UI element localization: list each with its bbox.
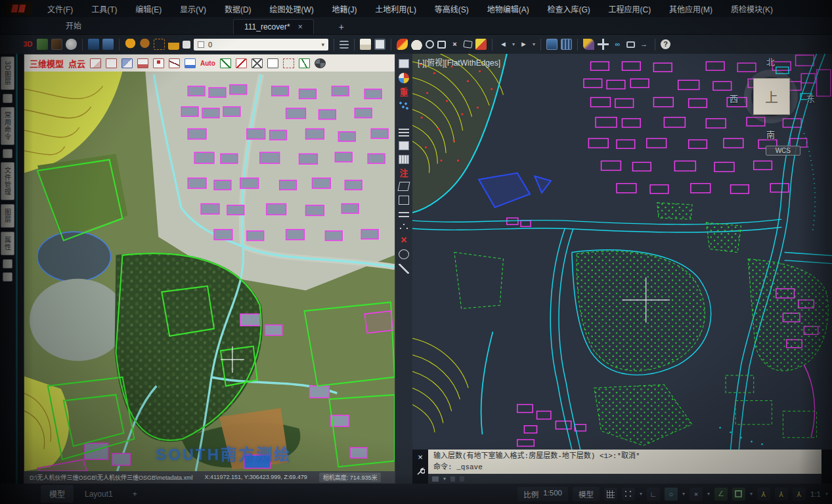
zoom-box-icon[interactable] [399, 59, 409, 68]
layers-blue-icon[interactable] [88, 39, 99, 50]
compass-south-label[interactable]: 南 [766, 128, 775, 140]
rect-select-icon[interactable] [283, 58, 294, 68]
menu-engineering[interactable]: 工程应用(C) [609, 3, 651, 14]
text-note-icon[interactable] [399, 129, 409, 136]
add-layout-button[interactable]: + [124, 486, 146, 502]
sidebar-tab-properties[interactable]: 属性 [1, 232, 14, 255]
new-tab-button[interactable]: + [332, 20, 351, 34]
pen-draw-icon[interactable] [583, 39, 594, 50]
grid-toggle-icon[interactable] [604, 488, 617, 501]
menu-data[interactable]: 数据(D) [225, 3, 252, 14]
point-marker-icon[interactable] [153, 58, 164, 68]
sidebar-files-icon[interactable] [3, 149, 12, 158]
viewport-controls-label[interactable]: [-][俯视][FlatWithEdges] [418, 56, 500, 68]
sidebar-tab-layers[interactable]: 图层 [1, 204, 14, 228]
annotation-scale-dropdown-icon[interactable]: ▾ [825, 491, 828, 497]
object-snap-square-icon[interactable] [732, 488, 745, 501]
open-file-icon[interactable] [360, 39, 371, 50]
dots-tool-icon[interactable] [399, 222, 409, 231]
tab-start[interactable]: 开始 [55, 16, 92, 34]
plot-icon[interactable] [626, 41, 635, 48]
palette-icon[interactable] [399, 73, 409, 83]
bulb-on-icon[interactable] [125, 39, 136, 50]
snap-toggle-icon[interactable] [622, 488, 635, 501]
table-grid-icon[interactable] [561, 39, 572, 50]
image-layer-icon[interactable] [37, 39, 48, 50]
zoom-window-icon[interactable] [437, 41, 446, 49]
viewer-point-cloud-label[interactable]: 点云 [68, 57, 85, 70]
menu-draw-process[interactable]: 绘图处理(W) [269, 3, 313, 14]
command-input-row[interactable]: ▾ [428, 474, 821, 484]
redo-icon[interactable]: ► [518, 39, 529, 50]
orthophoto-canvas[interactable]: SOUTH南方测绘 [24, 72, 395, 471]
model-space-button[interactable]: 模型 [573, 487, 600, 501]
menu-feature-edit[interactable]: 地物编辑(A) [487, 3, 529, 14]
draw-line-red-icon[interactable] [236, 58, 247, 68]
tab-document-active[interactable]: 111_recover* × [233, 19, 314, 34]
move-icon[interactable] [598, 39, 609, 50]
pan-hand-icon[interactable] [411, 39, 422, 50]
sidebar-tab-file-manager[interactable]: 文件管理 [1, 162, 14, 200]
zoom-dynamic-icon[interactable] [463, 40, 472, 49]
tab-close-icon[interactable]: × [298, 22, 303, 32]
layer-dropdown[interactable]: 0 ▾ [194, 39, 328, 51]
lines-tool-icon[interactable] [399, 209, 409, 217]
auto-mode-button[interactable]: Auto [200, 60, 215, 67]
command-panel[interactable]: 输入层数(有地下室输入格式:房屋层数-地下层数) <1>:*取消* 命令: _q… [428, 450, 821, 484]
lock-open-icon[interactable] [168, 39, 179, 50]
arrow-right-icon[interactable]: → [638, 39, 649, 50]
menu-file[interactable]: 文件(F) [47, 3, 73, 14]
menu-cadastre[interactable]: 地籍(J) [332, 3, 357, 14]
menu-contours[interactable]: 等高线(S) [435, 3, 469, 14]
cube-textured-icon[interactable] [121, 58, 133, 68]
redo-dropdown-icon[interactable]: ▾ [533, 41, 535, 47]
map-locate-icon[interactable] [475, 39, 487, 50]
points-cluster-icon[interactable] [399, 101, 409, 110]
help-icon[interactable]: ? [661, 39, 670, 49]
table-b-icon[interactable] [399, 155, 409, 164]
repeat-tool-button[interactable]: 重 [399, 88, 408, 96]
camera-icon[interactable] [399, 115, 409, 124]
properties-menu-icon[interactable] [339, 41, 349, 49]
layer-color-swatch[interactable] [183, 41, 190, 49]
rectangle-tool-icon[interactable] [399, 196, 409, 205]
cad-viewport[interactable]: [-][俯视][FlatWithEdges] [412, 54, 832, 450]
save-icon[interactable] [374, 39, 385, 50]
compass-west-label[interactable]: 西 [730, 92, 738, 104]
menu-qc-module[interactable]: 质检模块(K) [731, 3, 773, 14]
compass-east-label[interactable]: 东 [806, 92, 815, 104]
sidebar-disk-icon[interactable] [3, 259, 12, 268]
command-wrench-icon[interactable] [416, 467, 425, 476]
iso-dropdown-icon[interactable]: ▾ [750, 491, 753, 497]
sidebar-tab-3d-layers[interactable]: 3D图层 [1, 56, 14, 90]
tab-layout1[interactable]: Layout1 [76, 486, 121, 502]
segment-tool-icon[interactable] [399, 264, 409, 274]
brush-wave-icon[interactable] [185, 58, 196, 68]
cut-x-icon[interactable]: × [449, 39, 460, 50]
menu-tools[interactable]: 工具(T) [91, 3, 117, 14]
print-layers-icon[interactable] [102, 39, 114, 50]
scale-indicator[interactable]: 比例 1:500 [517, 487, 568, 501]
compass-north-label[interactable]: 北 [766, 55, 775, 68]
delete-tool-icon[interactable]: × [399, 236, 409, 245]
draw-line-green-icon[interactable] [220, 58, 231, 68]
circle-tool-icon[interactable] [399, 249, 409, 259]
menu-land-use[interactable]: 土地利用(L) [375, 3, 416, 14]
undo-dropdown-icon[interactable]: ▾ [512, 41, 515, 47]
cube-edit-icon[interactable] [267, 58, 278, 68]
osnap-dropdown-icon[interactable]: ▾ [707, 491, 710, 497]
isometric-toggle-icon[interactable]: ∠ [714, 488, 728, 501]
wcs-selector[interactable]: WCS [766, 146, 800, 156]
sidebar-cloud-icon[interactable] [3, 272, 12, 282]
elevation-chart-icon[interactable] [137, 58, 148, 68]
terrain-layer-icon[interactable] [51, 39, 62, 50]
command-dropdown-icon[interactable]: ▾ [443, 476, 446, 482]
annotate-tool-button[interactable]: 注 [399, 169, 408, 177]
undo-icon[interactable]: ◄ [498, 39, 509, 50]
ortho-toggle-icon[interactable]: ∟ [647, 488, 660, 501]
command-history[interactable]: 输入层数(有地下室输入格式:房屋层数-地下层数) <1>:*取消* 命令: _q… [428, 450, 821, 474]
profile-line-icon[interactable] [169, 58, 180, 68]
cube-wire-icon[interactable] [106, 58, 117, 68]
tracking-c-icon[interactable]: Y [793, 488, 806, 501]
annotation-scale-value[interactable]: 1:1 [810, 490, 821, 498]
